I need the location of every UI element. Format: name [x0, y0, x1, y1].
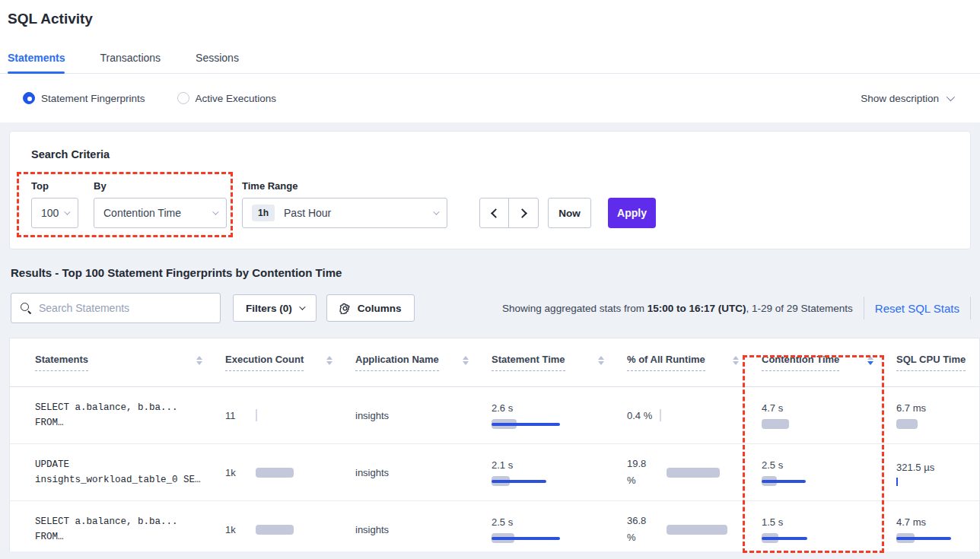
statement-link[interactable]: SELECT a.balance, b.ba... FROM… — [35, 514, 225, 545]
reset-sql-stats-link[interactable]: Reset SQL Stats — [875, 302, 959, 315]
chevron-left-icon — [491, 208, 501, 218]
application-name-cell: insights — [355, 524, 492, 535]
column-header-execution-count[interactable]: Execution Count — [225, 354, 355, 371]
stats-prefix: Showing aggregated stats from — [502, 303, 648, 314]
radio-unselected-icon — [177, 92, 189, 104]
sort-icon-active-desc — [867, 356, 873, 365]
contention-time-cell: 4.7 s — [762, 402, 896, 429]
show-description-toggle[interactable]: Show description — [861, 93, 953, 104]
time-range-value: Past Hour — [284, 207, 331, 219]
column-header-label: Contention Time — [762, 354, 839, 371]
by-select[interactable]: Contention Time — [94, 198, 227, 228]
column-header-pct-runtime[interactable]: % of All Runtime — [627, 354, 762, 371]
table-row[interactable]: SELECT a.balance, b.ba... FROM… 11 insig… — [10, 387, 979, 444]
column-header-contention-time[interactable]: Contention Time — [762, 354, 896, 371]
filters-button[interactable]: Filters (0) — [233, 294, 317, 322]
search-statements-box — [11, 293, 221, 323]
page-header: SQL Activity Statements Transactions Ses… — [0, 0, 980, 122]
sql-cpu-time-bar — [896, 418, 979, 429]
radio-selected-icon — [23, 92, 35, 104]
statement-line2: insights_workload_table_0 SE… — [35, 472, 225, 488]
contention-time-cell: 2.5 s — [762, 459, 896, 486]
statement-time-bar — [492, 418, 627, 429]
statements-table: Statements Execution Count Application N… — [9, 338, 980, 551]
chevron-down-icon — [212, 208, 218, 214]
tab-sessions[interactable]: Sessions — [196, 46, 239, 73]
column-header-label: Application Name — [355, 354, 439, 371]
top-select-value: 100 — [41, 207, 59, 219]
columns-label: Columns — [358, 303, 402, 314]
sort-icon — [733, 356, 739, 365]
table-row[interactable]: SELECT a.balance, b.ba... FROM… 1k insig… — [10, 501, 979, 551]
tab-statements[interactable]: Statements — [8, 46, 65, 73]
execution-count-bar — [256, 525, 294, 535]
sort-icon — [326, 356, 332, 365]
statement-link[interactable]: UPDATE insights_workload_table_0 SE… — [35, 457, 225, 488]
statement-time-cell: 2.6 s — [492, 402, 627, 429]
statement-link[interactable]: SELECT a.balance, b.ba... FROM… — [35, 400, 225, 430]
column-header-label: SQL CPU Time — [896, 354, 966, 371]
radio-statement-fingerprints[interactable]: Statement Fingerprints — [23, 92, 145, 104]
top-select[interactable]: 100 — [31, 198, 78, 228]
stats-suffix: , 1-29 of 29 Statements — [746, 303, 852, 314]
chevron-right-icon — [517, 208, 527, 218]
sql-cpu-time-cell: 4.7 ms — [896, 516, 979, 543]
contention-time-value: 2.5 s — [762, 459, 896, 471]
sql-cpu-time-bar — [896, 478, 898, 486]
sql-cpu-time-value: 4.7 ms — [896, 516, 979, 528]
contention-time-bar — [762, 532, 896, 543]
results-heading: Results - Top 100 Statement Fingerprints… — [11, 266, 980, 279]
statement-time-bar — [492, 532, 627, 543]
statement-line1: SELECT a.balance, b.ba... — [35, 514, 225, 529]
stats-time-range: 15:00 to 16:17 (UTC) — [648, 303, 746, 314]
execution-count-bar — [256, 468, 294, 478]
pct-runtime-value: 36.8 % — [627, 513, 656, 546]
by-select-value: Contention Time — [103, 207, 181, 219]
apply-button[interactable]: Apply — [608, 198, 656, 228]
now-button[interactable]: Now — [548, 198, 591, 228]
contention-time-bar — [762, 475, 896, 486]
top-field: Top 100 — [31, 180, 78, 228]
chevron-down-icon — [433, 208, 439, 214]
statement-time-cell: 2.5 s — [492, 516, 627, 543]
column-header-application-name[interactable]: Application Name — [355, 354, 492, 371]
contention-time-value: 4.7 s — [762, 402, 896, 414]
prev-time-button[interactable] — [480, 199, 509, 227]
chevron-down-icon — [947, 93, 955, 101]
search-statements-input[interactable] — [39, 302, 211, 314]
pct-runtime-bar — [660, 409, 661, 421]
pct-runtime-cell: 19.8 % — [627, 456, 762, 489]
pct-runtime-value: 0.4 % — [627, 410, 652, 421]
time-range-badge: 1h — [252, 205, 275, 221]
radio-active-executions[interactable]: Active Executions — [177, 92, 277, 104]
top-label: Top — [31, 180, 78, 192]
tab-bar: Statements Transactions Sessions — [0, 46, 980, 74]
aggregated-stats-text: Showing aggregated stats from 15:00 to 1… — [502, 303, 853, 314]
pct-runtime-cell: 0.4 % — [627, 409, 762, 421]
column-header-statement-time[interactable]: Statement Time — [492, 354, 627, 371]
statement-time-cell: 2.1 s — [492, 459, 627, 486]
execution-count-value: 1k — [225, 524, 236, 535]
divider — [864, 297, 864, 319]
column-header-statements[interactable]: Statements — [35, 354, 225, 371]
contention-time-bar — [762, 418, 896, 429]
sql-cpu-time-cell: 6.7 ms — [896, 402, 979, 429]
sql-cpu-time-bar — [896, 532, 979, 543]
columns-button[interactable]: Columns — [326, 294, 415, 322]
column-header-label: % of All Runtime — [627, 354, 705, 371]
search-criteria-controls: Top 100 By Contention Time Time Range 1h… — [31, 180, 949, 228]
time-range-select[interactable]: 1h Past Hour — [242, 198, 447, 228]
search-icon — [21, 303, 31, 313]
execution-count-cell: 1k — [225, 524, 355, 535]
execution-count-cell: 1k — [225, 467, 355, 478]
column-header-label: Execution Count — [225, 354, 304, 371]
next-time-button[interactable] — [509, 199, 538, 227]
radio-label: Statement Fingerprints — [41, 93, 145, 104]
tab-transactions[interactable]: Transactions — [100, 46, 161, 73]
filters-label: Filters (0) — [246, 303, 292, 314]
sort-icon — [463, 356, 469, 365]
column-header-sql-cpu-time[interactable]: SQL CPU Time — [896, 354, 980, 371]
page-title: SQL Activity — [0, 0, 980, 27]
table-row[interactable]: UPDATE insights_workload_table_0 SE… 1k … — [10, 444, 979, 501]
statement-time-value: 2.1 s — [492, 459, 627, 471]
